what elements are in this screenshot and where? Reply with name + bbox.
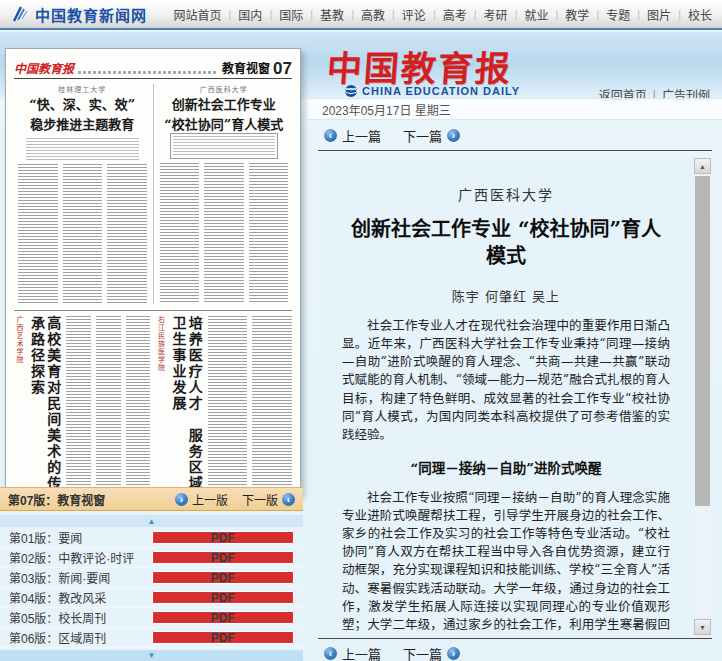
np-masthead: 中国教育报 教育视窗 07 [14, 56, 292, 79]
np-section-label: 教育视窗 [222, 59, 270, 76]
page-list-item[interactable]: 第01版：要闻 PDF [0, 528, 303, 548]
article-authors: 陈宇 何肇红 吴上 [342, 286, 670, 305]
prev-page-label: 上一版 [192, 491, 228, 508]
page-list-item[interactable]: 第06版：区域周刊 PDF [0, 628, 303, 648]
scrollbar-down-button[interactable]: ▼ [694, 619, 711, 635]
np-text-columns [160, 163, 289, 303]
top-nav-item[interactable]: 国际 [279, 6, 303, 23]
prev-article-button[interactable]: ‹ 上一篇 [324, 644, 381, 661]
pdf-icon[interactable]: PDF [152, 611, 295, 624]
page-list-scroll-up[interactable]: ▲ [0, 515, 303, 527]
article-nav-bottom: ‹ 上一篇 下一篇 › [324, 644, 460, 661]
next-article-button[interactable]: 下一篇 › [403, 126, 460, 145]
site-logo[interactable]: 中国教育新闻网 [10, 4, 147, 25]
np-vertical-headline-left: 高校美育对民间美术的传承路径探索 [29, 316, 61, 498]
site-logo-icon [10, 5, 30, 23]
top-nav-item[interactable]: 就业 [524, 6, 548, 23]
article-top-rule [318, 150, 712, 151]
np-intro-box [170, 133, 279, 159]
top-nav-item[interactable]: 基教 [320, 6, 344, 23]
page-list: 第01版：要闻 PDF 第02版：中教评论·时评 PDF 第03版：新闻·要闻 … [0, 528, 303, 661]
np-kicker: 桂林理工大学 [18, 84, 147, 94]
pdf-icon[interactable]: PDF [152, 591, 295, 604]
article-title: 创新社会工作专业 “校社协同”育人模式 [342, 216, 670, 270]
top-nav-item[interactable]: 考研 [484, 6, 508, 23]
np-intro-text [26, 138, 139, 160]
page-list-item-label: 第03版：新闻·要闻 [9, 569, 152, 586]
pdf-icon[interactable]: PDF [152, 551, 295, 564]
np-article-top-left: 桂林理工大学 “快、深、实、效” 稳步推进主题教育 [14, 84, 151, 304]
page-list-item[interactable]: 第05版：校长周刊 PDF [0, 608, 303, 628]
site-topbar: 中国教育新闻网 网站首页 国内 国际 基教 高教 评论 高考 考研 就业 [0, 0, 722, 30]
page-nav-bar: 第07版：教育视窗 › 上一版 下一版 ‹ [0, 487, 303, 511]
next-page-icon: ‹ [282, 493, 295, 506]
np-page-number: 07 [273, 62, 292, 76]
np-headline-line: “校社协同”育人模式 [160, 116, 289, 134]
current-page-label: 第07版：教育视窗 [8, 491, 161, 508]
top-nav-item[interactable]: 高考 [443, 6, 467, 23]
paper-brand-en: CHINA EDUCATION DAILY [344, 84, 520, 98]
np-school-label: 广西艺术学院 [14, 316, 24, 396]
down-arrow-icon: ▼ [148, 651, 156, 660]
top-nav-item[interactable]: 高教 [361, 6, 385, 23]
np-headline-line: “快、深、实、效” [18, 96, 147, 114]
np-top-articles: 桂林理工大学 “快、深、实、效” 稳步推进主题教育 广西医科大学 创新社会工作专… [14, 84, 292, 304]
np-bottom-articles: 广西艺术学院 高校美育对民间美术的传承路径探索 右江民族医学院 培养医疗人才 服… [14, 316, 292, 504]
article-bottom-rule [318, 638, 712, 639]
article-nav-top: ‹ 上一篇 下一篇 › [324, 126, 460, 145]
top-nav-item[interactable]: 网站首页 [173, 6, 221, 23]
np-text-columns [66, 316, 150, 504]
np-section-block: 教育视窗 07 [222, 59, 292, 76]
next-article-label: 下一篇 [403, 644, 442, 661]
np-column-divider [153, 84, 154, 304]
up-arrow-icon: ▲ [148, 517, 156, 526]
np-masthead-logo: 中国教育报 [14, 59, 74, 76]
article-subhead: “同理－接纳－自助”进阶式唤醒 [342, 457, 670, 477]
next-page-button[interactable]: 下一版 ‹ [242, 491, 295, 508]
np-school-label: 右江民族医学院 [156, 316, 166, 396]
prev-article-button[interactable]: ‹ 上一篇 [324, 126, 381, 145]
paper-brand-en-text: CHINA EDUCATION DAILY [362, 85, 520, 97]
pdf-icon[interactable]: PDF [152, 631, 295, 644]
article-paragraph: 社会工作专业人才在现代社会治理中的重要作用日渐凸显。近年来，广西医科大学社会工作… [342, 317, 670, 444]
page-list-item-label: 第04版：教改风采 [9, 589, 152, 606]
scrollbar-up-button[interactable]: ▲ [694, 158, 711, 174]
article-scrollbar[interactable]: ▲ ▼ [694, 158, 711, 635]
scrollbar-down-icon: ▼ [699, 624, 706, 631]
prev-page-button[interactable]: › 上一版 [175, 491, 228, 508]
prev-article-icon: ‹ [324, 647, 337, 660]
scrollbar-thumb[interactable] [695, 176, 710, 506]
prev-page-icon: › [175, 493, 188, 506]
pdf-icon[interactable]: PDF [152, 571, 295, 584]
np-kicker: 广西医科大学 [160, 84, 289, 94]
np-text-columns [18, 164, 147, 304]
page-list-item-label: 第05版：校长周刊 [9, 609, 152, 626]
newspaper-page-image[interactable]: 中国教育报 教育视窗 07 桂林理工大学 “快、深、实、效” 稳步推进主题教育 … [5, 48, 301, 495]
np-article-top-right: 广西医科大学 创新社会工作专业 “校社协同”育人模式 [156, 84, 293, 304]
top-nav-item[interactable]: 教学 [565, 6, 589, 23]
pdf-icon[interactable]: PDF [152, 531, 295, 544]
main-area: 中国教育报 CHINA EDUCATION DAILY 返回首页 | 广告刊例 … [0, 32, 722, 661]
top-nav-item[interactable]: 专题 [606, 6, 630, 23]
np-vertical-headline-right: 培养医疗人才 服务区域卫生事业发展 [171, 316, 203, 498]
next-article-button[interactable]: 下一篇 › [403, 644, 460, 661]
page-list-item-label: 第02版：中教评论·时评 [9, 549, 152, 566]
page-list-scroll-down[interactable]: ▼ [0, 650, 303, 661]
page-list-item[interactable]: 第03版：新闻·要闻 PDF [0, 568, 303, 588]
top-nav-item[interactable]: 图片 [647, 6, 671, 23]
top-nav-item[interactable]: 校长 [688, 6, 712, 23]
page-list-item[interactable]: 第04版：教改风采 PDF [0, 588, 303, 608]
article-content: 广西医科大学 创新社会工作专业 “校社协同”育人模式 陈宇 何肇红 吴上 社会工… [318, 158, 694, 635]
page-list-item-label: 第01版：要闻 [9, 529, 152, 546]
np-masthead-meta [78, 71, 218, 74]
page-list-item-label: 第06版：区域周刊 [9, 629, 152, 646]
np-horizontal-rule [14, 310, 292, 311]
np-headline-line: 稳步推进主题教育 [18, 116, 147, 134]
globe-icon [344, 84, 358, 98]
next-page-label: 下一版 [242, 491, 278, 508]
current-date: 2023年05月17日 星期三 [322, 101, 451, 118]
page-list-item[interactable]: 第02版：中教评论·时评 PDF [0, 548, 303, 568]
date-bar: 2023年05月17日 星期三 [308, 98, 722, 120]
top-nav-item[interactable]: 评论 [402, 6, 426, 23]
top-nav-item[interactable]: 国内 [238, 6, 262, 23]
